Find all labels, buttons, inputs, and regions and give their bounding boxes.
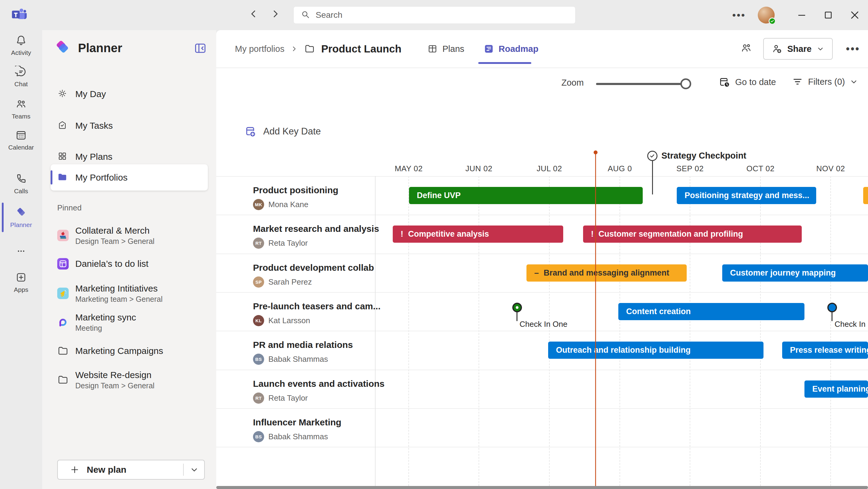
pinned-item-title: Marketing Campaigns — [75, 346, 163, 356]
horizontal-scrollbar[interactable] — [216, 486, 868, 489]
sidebar-item-my-portfolios[interactable]: My Portfolios — [51, 164, 208, 191]
milestone-pin-icon — [512, 303, 522, 312]
checkpoint-label: Strategy Checkpoint — [661, 151, 746, 161]
apps-icon — [15, 271, 27, 285]
teams-window: ••• ActivityChatTeamsCalendarCallsPlanne… — [0, 0, 868, 489]
task-row-owner: RTReta Taylor — [253, 393, 308, 404]
pinned-item-daniela-s-to-do-list[interactable]: Daniela’s to do list — [51, 255, 208, 273]
task-row-title: PR and media relations — [253, 340, 353, 350]
bar-label: Positioning strategy and mess... — [685, 191, 809, 200]
minimize-button[interactable] — [788, 0, 815, 30]
button-divider — [183, 464, 184, 476]
milestone-stem — [832, 312, 833, 321]
avatar: RT — [253, 393, 264, 404]
collapse-sidebar-icon[interactable] — [194, 41, 207, 55]
rail-item-teams[interactable]: Teams — [0, 98, 42, 120]
rail-item-label: Activity — [11, 49, 31, 56]
rail-item-label: Chat — [14, 81, 28, 88]
chat-icon — [15, 66, 27, 79]
gantt-bar-define-uvp[interactable]: Define UVP — [409, 187, 643, 204]
sidebar-item-my-tasks[interactable]: My Tasks — [51, 113, 208, 138]
search-box[interactable] — [293, 6, 576, 24]
sidebar-header: Planner — [54, 39, 122, 57]
todolist-icon — [57, 258, 69, 269]
chevron-down-icon[interactable] — [190, 465, 199, 474]
rail-item-label: Calendar — [8, 144, 34, 151]
row-separator — [216, 176, 868, 177]
close-button[interactable] — [841, 0, 868, 30]
timeline-month-label: JUN 02 — [465, 164, 492, 173]
row-separator — [216, 447, 868, 448]
megaphone-icon — [57, 288, 69, 299]
back-button[interactable] — [247, 5, 260, 22]
forward-button[interactable] — [269, 5, 282, 22]
task-row-owner: BSBabak Shammas — [253, 431, 328, 442]
calendar-icon — [15, 129, 27, 142]
gantt-bar-outreach-and-relationship-building[interactable]: Outreach and relationship building — [548, 342, 764, 359]
owner-name: Babak Shammas — [268, 354, 328, 364]
pinned-item-marketing-sync[interactable]: Marketing syncMeeting — [51, 310, 208, 335]
bar-label: Content creation — [626, 307, 691, 316]
rail-item-apps[interactable]: Apps — [0, 271, 42, 293]
pinned-item-website-re-design[interactable]: Website Re-designDesign Team > General — [51, 368, 208, 392]
maximize-button[interactable] — [815, 0, 841, 30]
search-icon — [301, 10, 310, 21]
gantt-bar-customer-segmentation-and-profiling[interactable]: !Customer segmentation and profiling — [583, 226, 802, 243]
gantt-bar-content-creation[interactable]: Content creation — [618, 303, 804, 320]
planner-icon — [15, 206, 27, 220]
user-avatar[interactable] — [758, 7, 775, 24]
avatar: MK — [253, 199, 264, 210]
task-row-owner: KLKat Larsson — [253, 315, 310, 326]
rail-item-label: Teams — [12, 113, 30, 120]
priority-icon: ! — [401, 229, 403, 239]
timeline-month-label: AUG 0 — [608, 164, 632, 173]
bar-label: Press release writing — [790, 345, 868, 355]
sidebar-item-my-day[interactable]: My Day — [51, 81, 208, 107]
gantt-bar-unlabeled[interactable] — [863, 187, 868, 204]
rail-item-calls[interactable]: Calls — [0, 173, 42, 195]
avatar: KL — [253, 315, 264, 326]
gantt-bar-press-release-writing[interactable]: Press release writing — [782, 342, 868, 359]
owner-name: Mona Kane — [268, 200, 308, 209]
gantt-bar-positioning-strategy-and-mess-[interactable]: Positioning strategy and mess... — [677, 187, 816, 204]
milestone-check-in[interactable]: Check In — [827, 303, 837, 333]
pinned-item-text: Collateral & MerchDesign Team > General — [75, 226, 155, 246]
folder-outline-icon — [57, 374, 69, 385]
checkpoint-icon[interactable] — [647, 151, 657, 161]
search-input[interactable] — [316, 10, 526, 20]
pinned-item-collateral-merch[interactable]: Collateral & MerchDesign Team > General — [51, 223, 208, 248]
phone-icon — [15, 173, 27, 186]
pinned-item-text: Daniela’s to do list — [75, 259, 149, 269]
rail-item-activity[interactable]: Activity — [0, 34, 42, 56]
avatar: SP — [253, 277, 264, 288]
rail-item-calendar[interactable]: Calendar — [0, 129, 42, 151]
tasks-icon — [57, 120, 67, 132]
owner-name: Reta Taylor — [268, 238, 308, 248]
active-rail-indicator — [2, 203, 4, 232]
pinned-item-title: Daniela’s to do list — [75, 259, 149, 269]
gantt-bar-competitive-analysis[interactable]: !Competitive analysis — [393, 226, 563, 243]
milestone-label: Check In — [835, 320, 866, 329]
new-plan-button[interactable]: New plan — [57, 460, 205, 480]
roadmap-gantt: MAY 02JUN 02JUL 02AUG 0SEP 02OCT 02NOV 0… — [216, 30, 868, 489]
rail-item-chat[interactable]: Chat — [0, 66, 42, 88]
row-separator — [216, 292, 868, 293]
gantt-bar-customer-journey-mapping[interactable]: Customer journey mapping — [722, 264, 868, 282]
milestone-check-in-one[interactable]: Check In One — [512, 303, 522, 333]
rail-item-planner[interactable]: Planner — [0, 206, 42, 229]
pinned-item-marketing-campaigns[interactable]: Marketing Campaigns — [51, 342, 208, 360]
milestone-label: Check In One — [520, 320, 567, 329]
sidebar-item-label: My Portfolios — [75, 172, 127, 183]
gantt-bar-event-planning[interactable]: Event planning — [804, 380, 868, 398]
loop-icon — [57, 317, 69, 328]
bar-label: Customer segmentation and profiling — [598, 229, 743, 239]
titlebar-more-icon[interactable]: ••• — [732, 9, 746, 21]
status-available-icon — [769, 18, 776, 25]
rail-more-icon[interactable] — [0, 246, 42, 257]
plus-icon — [70, 465, 80, 474]
priority-icon: – — [534, 268, 539, 278]
gantt-bar-brand-and-messaging-alignment[interactable]: –Brand and messaging alignment — [526, 264, 687, 282]
pinned-item-marketing-intitiatives[interactable]: Marketing IntitiativesMarketing team > G… — [51, 281, 208, 306]
sidebar-item-label: My Plans — [75, 152, 112, 162]
teams-logo-icon — [10, 6, 27, 23]
